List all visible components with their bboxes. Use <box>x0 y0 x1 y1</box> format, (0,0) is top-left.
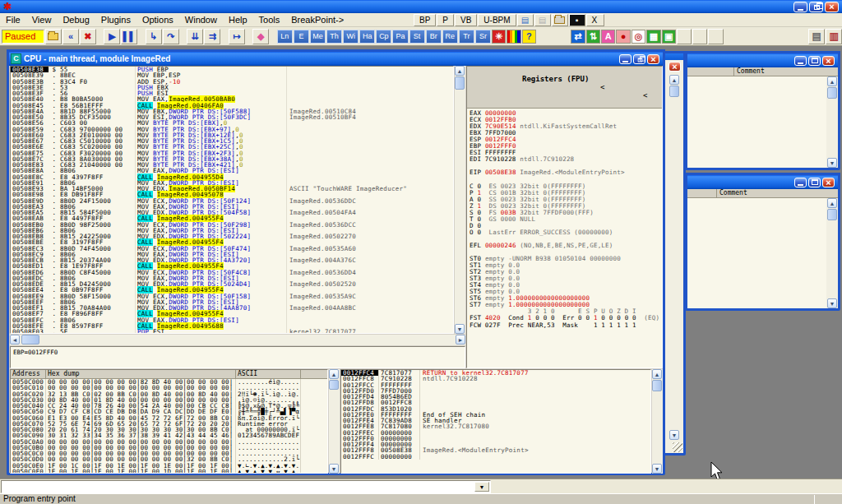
side-window-top-titlebar[interactable]: × <box>687 53 838 67</box>
close-button[interactable]: × <box>647 54 659 64</box>
toolbar-blank-button[interactable] <box>677 29 692 44</box>
cpu-window[interactable]: C CPU - main thread, module ImageRed × 0… <box>7 49 665 475</box>
disasm-row[interactable]: 00508EFE.E8 8597F8FFCALL ImageRed.004956… <box>11 323 453 329</box>
menu-item-breakpoint[interactable]: BreakPoint-> <box>285 14 349 25</box>
stack-vscroll[interactable]: ▲ ▼ <box>652 369 663 474</box>
dump-row[interactable]: 0050C0F01E 00 1F 00|1E 00 1F 00|1F 00 1D… <box>11 469 327 474</box>
strip-scroll-down[interactable]: ▼ <box>669 430 679 440</box>
register-line[interactable]: O 0 LastErr ERROR_SUCCESS (00000000) <box>470 229 662 236</box>
side-window-top[interactable]: × Comment ▲ ▼ <box>685 51 840 170</box>
side-window-middle-titlebar[interactable]: × <box>687 175 838 189</box>
close-button[interactable]: × <box>822 56 835 66</box>
command-input[interactable]: ▼ <box>1 480 491 493</box>
window-button-st[interactable]: St <box>409 30 425 44</box>
window-button-e[interactable]: E <box>294 30 309 44</box>
record-icon[interactable]: ● <box>616 30 630 44</box>
window-button-th[interactable]: Th <box>326 30 342 44</box>
minimize-button[interactable] <box>794 178 807 187</box>
scroll-down-button[interactable]: ▼ <box>652 464 662 474</box>
copy-window-icon[interactable]: ▤ <box>517 14 534 26</box>
window-button-ha[interactable]: Ha <box>359 30 375 44</box>
step-into-icon[interactable]: ↳ <box>146 29 162 44</box>
scroll-thumb[interactable] <box>652 380 662 391</box>
stack-row[interactable]: 0012FFFC00000000 <box>341 454 650 460</box>
scroll-up-button[interactable]: ▲ <box>827 76 837 86</box>
plugin-button-u-bpm[interactable]: U-BPM <box>478 14 516 26</box>
close-program-icon[interactable]: ✖ <box>80 29 96 44</box>
go-to-address-icon[interactable]: ◆ <box>252 29 269 44</box>
scroll-up-button[interactable]: ▲ <box>455 66 465 76</box>
window-button-ln[interactable]: Ln <box>277 30 293 44</box>
pause-icon[interactable]: ▌▌ <box>121 29 137 44</box>
column-header-row[interactable]: Comment <box>687 189 838 198</box>
register-line[interactable]: FCW 027F Prec NEAR,53 Mask 1 1 1 1 1 1 <box>470 322 662 329</box>
register-line[interactable]: T 0 GS 0000 NULL <box>470 216 662 223</box>
open-file-icon[interactable] <box>45 29 62 44</box>
minimize-button[interactable] <box>794 56 807 66</box>
menu-item-plugins[interactable]: Plugins <box>95 14 136 25</box>
maximize-button[interactable] <box>808 178 821 187</box>
scroll-up-button[interactable]: ▲ <box>827 198 837 208</box>
update-icon[interactable]: ⇅ <box>586 30 600 44</box>
panel-left-icon[interactable]: ▤ <box>808 29 825 44</box>
disassembly-pane[interactable]: 00508E38$55PUSH EBP00508E39.8BECMOV EBP,… <box>10 66 454 334</box>
menu-item-debug[interactable]: Debug <box>57 14 95 25</box>
step-over-icon[interactable]: ↷ <box>163 29 179 44</box>
animate-over-icon[interactable]: ⇉ <box>204 29 220 44</box>
scroll-thumb[interactable] <box>329 380 339 390</box>
stack-pane[interactable]: 0012FFC47C817077RETURN to kernel32.7C817… <box>340 369 651 474</box>
window-button-wi[interactable]: Wi <box>343 30 359 44</box>
scroll-thumb[interactable] <box>827 87 837 99</box>
animate-into-icon[interactable]: ⇊ <box>187 29 203 44</box>
close-button[interactable]: × <box>822 178 835 187</box>
options-gear-icon[interactable]: ✳ <box>492 30 506 44</box>
scroll-left-button[interactable]: ◄ <box>10 335 20 344</box>
strip-resize-grip[interactable] <box>673 442 682 452</box>
run-icon[interactable]: ▶ <box>104 29 120 44</box>
toolbar-blank-button[interactable] <box>708 29 723 44</box>
window-button-me[interactable]: Me <box>310 30 326 44</box>
scroll-right-button[interactable]: ► <box>456 335 465 344</box>
strip-scroll-thumb[interactable] <box>669 86 679 97</box>
scroll-up-button[interactable]: ▲ <box>652 369 662 379</box>
appearance-icon[interactable] <box>507 30 520 44</box>
plugin-button-bp[interactable]: BP <box>414 14 436 26</box>
register-line[interactable]: EFL 00000246 (NO,NB,E,BE,NS,PE,GE,LE) <box>470 243 662 249</box>
menu-item-view[interactable]: View <box>26 14 58 25</box>
console-icon[interactable]: ▪ <box>569 14 585 26</box>
strip-scroll-up[interactable]: ▲ <box>669 75 679 85</box>
plugin-button-vb[interactable]: VB <box>455 14 477 26</box>
disasm-row[interactable]: 00508E3E.53PUSH EBX <box>11 85 453 90</box>
maximize-button[interactable] <box>808 56 821 66</box>
scroll-down-button[interactable]: ▼ <box>827 298 837 308</box>
window-button-br[interactable]: Br <box>426 30 442 44</box>
restart-icon[interactable]: « <box>62 29 79 44</box>
scroll-thumb[interactable] <box>455 76 465 90</box>
dump-pane[interactable]: AddressHex dumpASCII 0050C00000 00 00 00… <box>10 369 328 474</box>
side-window-middle-content[interactable] <box>687 198 826 308</box>
side-window-middle-scrollbar[interactable]: ▲ ▼ <box>826 198 838 308</box>
side-window-middle[interactable]: × Comment ▲ ▼ <box>685 173 840 311</box>
info-pane[interactable]: EBP=0012FFF0 <box>10 346 465 368</box>
menu-item-window[interactable]: Window <box>179 14 223 25</box>
main-titlebar[interactable]: ✱ × <box>0 0 842 13</box>
register-line[interactable]: EIP 00508E38 ImageRed.<ModuleEntryPoint> <box>470 169 662 176</box>
scroll-thumb[interactable] <box>827 209 837 220</box>
open-folder-icon[interactable] <box>552 14 568 26</box>
disassembly-hscroll[interactable]: ◄ ► <box>10 335 465 345</box>
window-button-tr[interactable]: Tr <box>459 30 474 44</box>
window-button-re[interactable]: Re <box>442 30 458 44</box>
scroll-thumb[interactable] <box>21 335 39 344</box>
scroll-down-button[interactable]: ▼ <box>329 464 339 474</box>
dump-vscroll[interactable]: ▲ ▼ <box>329 369 340 474</box>
disasm-row[interactable]: 00508F03.5EPOP ESIkernel32.7C817077 <box>11 329 453 334</box>
registers-pane[interactable]: Registers (FPU) < < EAX 00000000ECX 0012… <box>466 66 663 368</box>
background-window-strip[interactable]: × ▲ ▼ <box>663 51 686 455</box>
minimize-button[interactable] <box>619 54 632 64</box>
toolbar-blank-button[interactable] <box>692 29 707 44</box>
disasm-row[interactable]: 00508E38$55PUSH EBP <box>11 67 453 72</box>
notes-icon[interactable]: ▤ <box>534 14 551 26</box>
side-window-top-scrollbar[interactable]: ▲ ▼ <box>826 76 838 168</box>
swap-icon[interactable]: ⇄ <box>571 30 585 44</box>
close-button[interactable]: × <box>825 2 839 12</box>
